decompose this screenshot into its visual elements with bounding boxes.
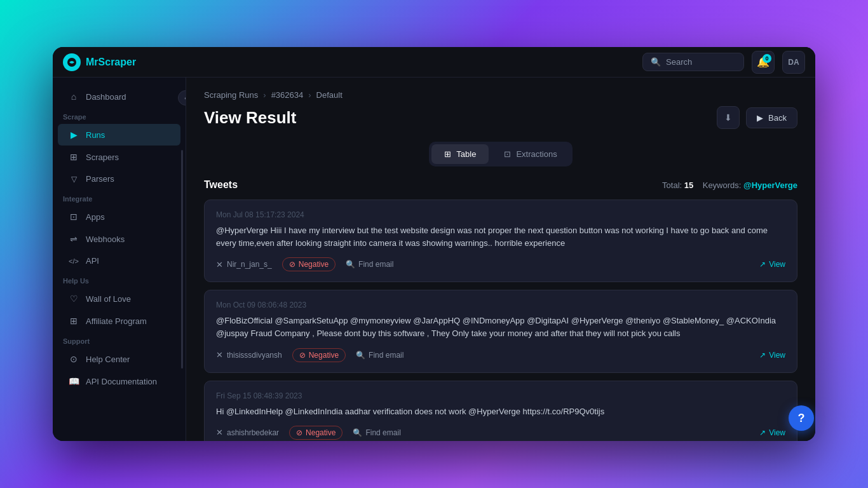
back-button[interactable]: ▶ Back — [746, 107, 797, 128]
tabs-row: ⊞ Table ⊡ Extractions — [204, 142, 797, 166]
tweet-user-1[interactable]: ✕ thisisssdivyansh — [216, 350, 282, 360]
negative-icon-1: ⊘ — [299, 351, 306, 360]
tweet-footer-1: ✕ thisisssdivyansh ⊘ Negative 🔍 Find ema… — [216, 348, 785, 362]
total-label: Total: — [662, 180, 682, 190]
tweet-date-0: Mon Jul 08 15:17:23 2024 — [216, 210, 785, 219]
sidebar-label-parsers: Parsers — [86, 174, 114, 184]
sidebar-item-api[interactable]: </> API — [58, 250, 180, 271]
heart-icon: ♡ — [68, 294, 79, 304]
download-button[interactable]: ⬇ — [717, 106, 740, 129]
view-link-0[interactable]: ↗ View — [759, 260, 785, 269]
tweets-meta: Total: 15 Keywords: @HyperVerge — [662, 180, 797, 190]
scrapers-icon: ⊞ — [68, 152, 79, 162]
titlebar-right: 🔍 🔔 0 DA — [642, 51, 805, 74]
find-email-label-1: Find email — [369, 351, 403, 360]
sidebar-section-scrape: Scrape — [53, 108, 186, 123]
main-content: Scraping Runs › #362634 › Default View R… — [186, 78, 815, 441]
book-icon: 📖 — [68, 376, 79, 386]
sidebar-label-scrapers: Scrapers — [86, 152, 119, 162]
view-label-0: View — [769, 260, 785, 269]
tweet-username-1: thisisssdivyansh — [227, 351, 282, 360]
sidebar-label-runs: Runs — [86, 130, 105, 140]
page-header: View Result ⬇ ▶ Back — [204, 106, 797, 129]
view-link-2[interactable]: ↗ View — [759, 428, 785, 437]
total-value: 15 — [684, 180, 693, 190]
apps-icon: ⊡ — [68, 212, 79, 222]
breadcrumb-run-id[interactable]: #362634 — [271, 90, 304, 100]
sentiment-badge-2: ⊘ Negative — [289, 426, 342, 440]
sidebar-item-webhooks[interactable]: ⇌ Webhooks — [58, 228, 180, 250]
tweet-footer-0: ✕ Nir_n_jan_s_ ⊘ Negative 🔍 Find email ↗… — [216, 257, 785, 271]
keywords-label: Keywords: — [703, 180, 742, 190]
tweet-user-2[interactable]: ✕ ashishrbedekar — [216, 428, 279, 437]
search-email-icon-1: 🔍 — [356, 351, 365, 360]
tweet-text-1: @FloBizOfficial @SamparkSetuApp @mymoney… — [216, 315, 785, 340]
tab-extractions[interactable]: ⊡ Extractions — [491, 144, 569, 164]
search-box[interactable]: 🔍 — [642, 53, 744, 71]
sidebar-item-help-center[interactable]: ⊙ Help Center — [58, 348, 180, 370]
search-input[interactable] — [666, 57, 736, 67]
sidebar-item-parsers[interactable]: ▽ Parsers — [58, 168, 180, 189]
main-layout: ‹ ⌂ Dashboard Scrape ▶ Runs ⊞ Scrapers ▽… — [53, 78, 815, 441]
affiliate-icon: ⊞ — [68, 316, 79, 326]
find-email-label-0: Find email — [358, 260, 393, 269]
negative-icon-2: ⊘ — [296, 428, 302, 437]
notification-button[interactable]: 🔔 0 — [752, 51, 775, 74]
tweet-text-0: @HyperVerge Hiii I have my interview but… — [216, 224, 785, 250]
sidebar-label-api: API — [86, 256, 99, 266]
sidebar-item-runs[interactable]: ▶ Runs — [58, 124, 180, 146]
find-email-0[interactable]: 🔍 Find email — [346, 260, 393, 269]
breadcrumb-sep-2: › — [308, 90, 311, 100]
tabs-container: ⊞ Table ⊡ Extractions — [429, 142, 572, 166]
runs-icon: ▶ — [68, 130, 79, 140]
help-chat-button[interactable]: ? — [789, 405, 814, 431]
tweet-username-0: Nir_n_jan_s_ — [227, 260, 272, 269]
sidebar-item-wall-of-love[interactable]: ♡ Wall of Love — [58, 288, 180, 309]
app-name: MrScraper — [86, 57, 136, 68]
tweet-date-1: Mon Oct 09 08:06:48 2023 — [216, 301, 785, 309]
tweet-text-2: Hi @LinkedInHelp @LinkedInIndia aadhar v… — [216, 405, 785, 418]
sidebar-item-dashboard[interactable]: ⌂ Dashboard — [58, 86, 180, 107]
find-email-label-2: Find email — [365, 428, 400, 437]
help-icon: ⊙ — [68, 354, 79, 364]
breadcrumb-scraping-runs[interactable]: Scraping Runs — [204, 90, 258, 100]
sidebar-item-scrapers[interactable]: ⊞ Scrapers — [58, 146, 180, 168]
tweets-header: Tweets Total: 15 Keywords: @HyperVerge — [204, 179, 797, 191]
extractions-icon: ⊡ — [504, 149, 511, 159]
sentiment-badge-0: ⊘ Negative — [282, 257, 336, 271]
view-link-1[interactable]: ↗ View — [759, 351, 785, 360]
find-email-2[interactable]: 🔍 Find email — [353, 428, 400, 437]
sentiment-label-0: Negative — [299, 260, 329, 269]
tab-table[interactable]: ⊞ Table — [431, 144, 489, 164]
back-label: Back — [768, 113, 787, 123]
titlebar: MrScraper 🔍 🔔 0 DA — [53, 47, 815, 78]
sidebar-item-api-docs[interactable]: 📖 API Documentation — [58, 370, 180, 392]
sidebar-item-apps[interactable]: ⊡ Apps — [58, 206, 180, 227]
sidebar-section-helpus: Help Us — [53, 272, 186, 287]
notification-badge: 0 — [763, 54, 771, 63]
external-link-icon-0: ↗ — [759, 260, 766, 269]
search-email-icon-0: 🔍 — [346, 260, 355, 269]
tweet-card-0: Mon Jul 08 15:17:23 2024 @HyperVerge Hii… — [204, 200, 797, 282]
sidebar-label-affiliate: Affiliate Program — [86, 316, 147, 326]
x-icon-0: ✕ — [216, 260, 223, 269]
sentiment-badge-1: ⊘ Negative — [292, 348, 346, 362]
find-email-1[interactable]: 🔍 Find email — [356, 351, 403, 360]
sidebar: ‹ ⌂ Dashboard Scrape ▶ Runs ⊞ Scrapers ▽… — [53, 78, 186, 441]
x-icon-1: ✕ — [216, 350, 223, 360]
api-icon: </> — [68, 257, 79, 265]
logo-icon — [63, 53, 81, 71]
sentiment-label-2: Negative — [306, 428, 336, 437]
sidebar-item-affiliate[interactable]: ⊞ Affiliate Program — [58, 310, 180, 332]
webhooks-icon: ⇌ — [68, 234, 79, 244]
avatar[interactable]: DA — [782, 51, 805, 74]
tweets-title: Tweets — [204, 179, 238, 191]
view-label-1: View — [769, 351, 785, 360]
app-window: MrScraper 🔍 🔔 0 DA ‹ ⌂ Dashboard S — [53, 47, 815, 441]
page-title: View Result — [204, 108, 296, 128]
tweet-user-0[interactable]: ✕ Nir_n_jan_s_ — [216, 260, 272, 269]
search-icon: 🔍 — [651, 57, 661, 67]
sidebar-label-api-docs: API Documentation — [86, 377, 157, 386]
view-label-2: View — [769, 428, 785, 437]
tweet-date-2: Fri Sep 15 08:48:39 2023 — [216, 391, 785, 400]
